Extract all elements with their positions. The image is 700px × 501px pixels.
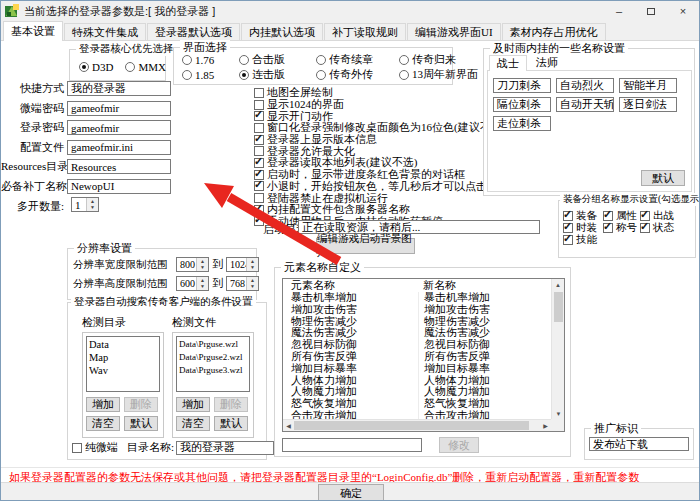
table-row[interactable]: 人物体力增加 人物体力增加 xyxy=(283,375,551,387)
interface-radio[interactable]: 1.76 xyxy=(182,54,239,66)
down-arrow-icon[interactable]: ▼ xyxy=(197,265,208,272)
skill-name-input[interactable]: 自动开天斩 xyxy=(556,97,614,112)
file-delete-button[interactable]: 删除 xyxy=(214,397,248,412)
maximize-button[interactable] xyxy=(635,1,667,21)
scroll-thumb[interactable] xyxy=(294,421,529,430)
detect-file-listbox[interactable]: Data\Prguse.wzlData\Prguse2.wzlData\Prgu… xyxy=(176,336,250,392)
skill-name-input[interactable]: 逐日剑法 xyxy=(619,97,677,112)
down-arrow-icon[interactable]: ▼ xyxy=(197,284,208,291)
promo-input[interactable]: 发布站下载 xyxy=(589,437,689,451)
ok-button[interactable]: 确定 xyxy=(318,484,384,501)
equip-checkbox[interactable]: 称号 xyxy=(603,221,640,235)
table-row[interactable]: 暴击机率增加 暴击机率增加 xyxy=(283,292,551,304)
tab-mage[interactable]: 法师 xyxy=(528,55,566,71)
close-button[interactable]: × xyxy=(667,1,699,21)
table-row[interactable]: 合击攻击增加 合击攻击增加 xyxy=(283,410,551,419)
down-arrow-icon[interactable]: ▼ xyxy=(247,265,258,272)
list-item[interactable]: Map xyxy=(89,351,157,364)
table-row[interactable]: 人物魔力增加 人物魔力增加 xyxy=(283,386,551,398)
dir-delete-button[interactable]: 删除 xyxy=(124,397,158,412)
jsy-default-button[interactable]: 默认 xyxy=(641,170,685,186)
tab-edit-game-ui[interactable]: 编辑游戏界面UI xyxy=(407,23,501,40)
skill-name-input[interactable]: 智能半月 xyxy=(619,78,677,93)
field-input[interactable]: gameofmir xyxy=(67,120,171,135)
tab-special-files[interactable]: 特殊文件集成 xyxy=(64,23,146,40)
table-row[interactable]: 忽视目标防御 忽视目标防御 xyxy=(283,339,551,351)
resolution-from-stepper[interactable]: 800 ▲▼ xyxy=(176,257,209,272)
scroll-up-icon[interactable]: ▲ xyxy=(552,279,564,290)
multi-open-stepper[interactable]: 1 ▲▼ xyxy=(71,197,99,212)
interface-radio[interactable]: 传奇外传 xyxy=(316,67,399,82)
skill-name-input[interactable]: 隔位刺杀 xyxy=(493,97,551,112)
dir-add-button[interactable]: 增加 xyxy=(86,397,120,412)
interface-radio[interactable]: 合击版 xyxy=(239,52,316,67)
field-input[interactable]: 我的登录器 xyxy=(67,81,171,96)
stepper-arrows[interactable]: ▲▼ xyxy=(246,277,258,290)
table-row[interactable]: 怒气恢复增加 怒气恢复增加 xyxy=(283,398,551,410)
tab-patch-rules[interactable]: 补丁读取规则 xyxy=(324,23,406,40)
list-item[interactable]: Data xyxy=(89,338,157,351)
core-radio[interactable]: MMX xyxy=(125,61,166,73)
minimize-button[interactable]: – xyxy=(603,1,635,21)
skill-name-input[interactable]: 刀刀刺杀 xyxy=(493,78,551,93)
interface-radio[interactable]: 传奇归来 xyxy=(399,52,478,67)
rename-input[interactable] xyxy=(282,438,422,452)
tab-asset-memory[interactable]: 素材内存占用优化 xyxy=(502,23,606,40)
tab-warrior[interactable]: 战士 xyxy=(489,55,527,71)
horizontal-scrollbar[interactable]: ◀ ▶ xyxy=(283,419,551,431)
field-input[interactable]: Resources xyxy=(67,159,171,174)
field-input[interactable]: NewopUI xyxy=(67,179,171,194)
equip-checkbox[interactable]: 状态 xyxy=(640,221,674,235)
list-item[interactable]: Data\Prguse2.wzl xyxy=(179,351,247,364)
resolution-from-stepper[interactable]: 600 ▲▼ xyxy=(176,276,209,291)
dir-default-button[interactable]: 默认 xyxy=(124,416,158,431)
skill-name-input[interactable]: 走位刺杀 xyxy=(493,116,551,131)
scroll-left-icon[interactable]: ◀ xyxy=(283,420,294,432)
file-clear-button[interactable]: 清空 xyxy=(176,416,210,431)
dir-clear-button[interactable]: 清空 xyxy=(86,416,120,431)
core-radio[interactable]: D3D xyxy=(79,61,113,73)
interface-radio[interactable]: 传奇续章 xyxy=(316,52,399,67)
dir-name-input[interactable]: 我的登录器 xyxy=(176,441,274,455)
field-input[interactable]: gameofmir.ini xyxy=(67,140,171,155)
tab-basic-settings[interactable]: 基本设置 xyxy=(3,21,63,41)
down-arrow-icon[interactable]: ▼ xyxy=(247,284,258,291)
table-row[interactable]: 魔法伤害减少 魔法伤害减少 xyxy=(283,327,551,339)
down-arrow-icon[interactable]: ▼ xyxy=(87,205,98,212)
interface-radio[interactable]: 1.85 xyxy=(182,69,239,81)
table-row[interactable]: 增加攻击伤害 增加攻击伤害 xyxy=(283,304,551,316)
table-row[interactable]: 物理伤害减少 物理伤害减少 xyxy=(283,316,551,328)
detect-dir-listbox[interactable]: DataMapWav xyxy=(86,336,160,392)
list-item[interactable]: Data\Prguse3.wzl xyxy=(179,364,247,377)
skill-name-input[interactable]: 自动烈火 xyxy=(556,78,614,93)
interface-radio[interactable]: 连击版 xyxy=(239,67,316,82)
stepper-arrows[interactable]: ▲▼ xyxy=(196,277,208,290)
stepper-arrows[interactable]: ▲▼ xyxy=(196,258,208,271)
new-name-cell: 忽视目标防御 xyxy=(418,339,551,351)
tab-launcher-defaults[interactable]: 登录器默认选项 xyxy=(147,23,240,40)
interface-radio[interactable]: 13周年新界面 xyxy=(399,67,478,82)
scrollbar-corner xyxy=(551,419,564,431)
modify-button[interactable]: 修改 xyxy=(439,437,479,453)
list-item[interactable]: Data\Prguse.wzl xyxy=(179,338,247,351)
field-input[interactable]: gameofmir xyxy=(67,101,171,116)
edit-bg-button[interactable]: 编辑游戏启动背景图片 xyxy=(316,238,415,254)
resolution-to-stepper[interactable]: 768 ▲▼ xyxy=(226,276,259,291)
stepper-arrows[interactable]: ▲▼ xyxy=(86,198,98,211)
list-item[interactable]: Wav xyxy=(89,364,157,377)
resolution-to-stepper[interactable]: 1024 ▲▼ xyxy=(226,257,259,272)
equip-checkbox[interactable]: 技能 xyxy=(563,233,603,247)
micro-client-checkbox[interactable]: 纯微端 xyxy=(72,440,118,455)
scroll-right-icon[interactable]: ▶ xyxy=(540,420,551,432)
element-names-table[interactable]: 元素名称 新名称 暴击机率增加 暴击机率增加 增加攻击伤害 增加攻击伤害 物理伤… xyxy=(282,278,565,432)
table-row[interactable]: 所有伤害反弹 所有伤害反弹 xyxy=(283,351,551,363)
scroll-down-icon[interactable]: ▼ xyxy=(552,408,565,419)
vertical-scrollbar[interactable]: ▲ ▼ xyxy=(551,279,564,419)
title-bar[interactable]: 当前选择的登录器参数是:[ 我的登录器 ] – × xyxy=(1,1,699,21)
file-default-button[interactable]: 默认 xyxy=(214,416,248,431)
stepper-arrows[interactable]: ▲▼ xyxy=(246,258,258,271)
file-add-button[interactable]: 增加 xyxy=(176,397,210,412)
tab-plugin-defaults[interactable]: 内挂默认选项 xyxy=(241,23,323,40)
table-row[interactable]: 增加目标暴率 增加目标暴率 xyxy=(283,363,551,375)
scroll-thumb[interactable] xyxy=(554,292,563,322)
